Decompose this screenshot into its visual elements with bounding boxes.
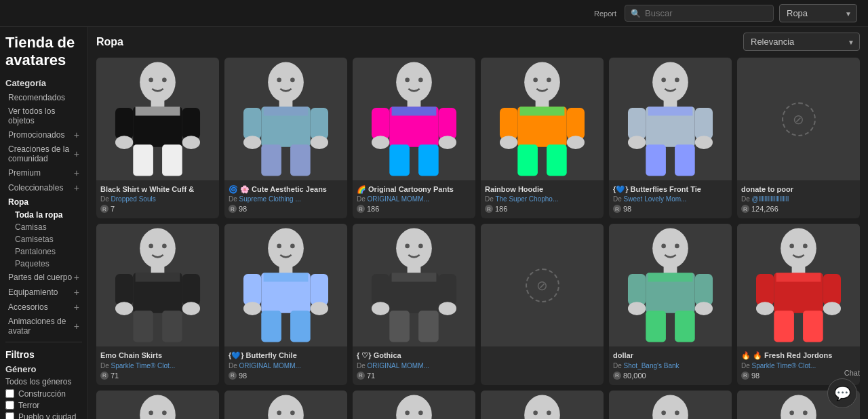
avatar-svg xyxy=(353,58,475,180)
avatar-svg xyxy=(224,391,347,419)
product-image xyxy=(353,391,475,419)
product-creator: De Shot_Bang's Bank xyxy=(613,362,728,370)
sidebar-sub-item-camisetas[interactable]: Camisetas xyxy=(5,233,82,245)
plus-icon-premium: + xyxy=(74,167,79,178)
sidebar-item-coleccionables[interactable]: Coleccionables + xyxy=(5,180,82,195)
svg-point-49 xyxy=(661,78,666,83)
sidebar-item-accesorios[interactable]: Accesorios + xyxy=(5,300,82,315)
svg-point-108 xyxy=(781,228,816,268)
sort-select[interactable]: Relevancia Más recientes Más vendidos Pr… xyxy=(743,33,860,51)
svg-point-86 xyxy=(418,244,423,249)
svg-rect-89 xyxy=(392,273,437,282)
svg-point-33 xyxy=(439,136,456,149)
sidebar-item-promocionados[interactable]: Promocionados + xyxy=(5,127,82,142)
robux-icon: R xyxy=(741,205,749,213)
svg-rect-5 xyxy=(136,106,180,115)
sidebar-sub-item-paquetes[interactable]: Paquetes xyxy=(5,258,82,270)
checkbox-input-pueblo[interactable] xyxy=(5,412,14,419)
sidebar-sub-item-pantalones[interactable]: Pantalones xyxy=(5,245,82,258)
product-card[interactable]: 🌀 🌸 Cute Aesthetic JeansDe Supreme Cloth… xyxy=(224,58,347,218)
product-grid: Black Shirt w White Cuff &De Dropped Sou… xyxy=(96,58,860,419)
product-creator: De Supreme Clothing ... xyxy=(229,195,343,203)
product-name: {💙} Butterfly Chile xyxy=(229,351,343,360)
sidebar-item-creaciones[interactable]: Creaciones de la comunidad + xyxy=(5,142,82,165)
product-image xyxy=(737,224,860,346)
product-card[interactable]: {💙} Butterfly ChileDe ORIGINAL MOMM...R9… xyxy=(224,224,347,384)
product-card[interactable]: 🔥 🔥 Fresh Red JordonsDe Sparkle Time® Cl… xyxy=(737,224,860,384)
svg-rect-30 xyxy=(372,108,389,139)
avatar-svg xyxy=(224,224,347,346)
product-info: {💙} Butterfly ChileDe ORIGINAL MOMM...R9… xyxy=(224,346,347,384)
svg-point-122 xyxy=(162,410,167,415)
svg-point-98 xyxy=(675,244,679,249)
svg-rect-101 xyxy=(648,273,693,282)
sidebar-item-premium[interactable]: Premium + xyxy=(5,165,82,180)
product-card[interactable]: ⊘donate to poorDe @llllllllllllllllllllR… xyxy=(737,58,860,218)
checkbox-input-construccion[interactable] xyxy=(5,389,14,398)
checkbox-pueblo[interactable]: Pueblo y ciudad xyxy=(5,412,82,419)
svg-point-144 xyxy=(396,395,432,419)
product-card[interactable]: 🌈 Original Cartoony PantsDe ORIGINAL MOM… xyxy=(353,58,475,218)
sidebar-item-partes[interactable]: Partes del cuerpo + xyxy=(5,270,82,285)
search-input[interactable] xyxy=(645,8,768,18)
product-price: R186 xyxy=(357,205,471,213)
svg-point-120 xyxy=(140,395,176,419)
product-card[interactable]: ⚡ Electro xyxy=(353,391,475,419)
product-card[interactable]: Emo Chain SkirtsDe Sparkle Time® Clot...… xyxy=(96,224,219,384)
product-image xyxy=(96,391,219,419)
sidebar-sub-item-toda-la-ropa[interactable]: Toda la ropa xyxy=(5,209,82,221)
svg-rect-114 xyxy=(756,274,774,305)
sidebar-item-equipamiento[interactable]: Equipamiento + xyxy=(5,285,82,300)
product-card[interactable]: ⊘ xyxy=(481,224,604,384)
svg-point-74 xyxy=(290,244,295,249)
svg-point-96 xyxy=(652,228,688,268)
product-price: R71 xyxy=(357,372,471,380)
sidebar-item-ver-todos[interactable]: Ver todos los objetos xyxy=(5,104,82,127)
svg-rect-71 xyxy=(162,311,182,342)
category-select[interactable]: Ropa Accesorios Animaciones Paquetes xyxy=(779,4,857,22)
checkbox-construccion[interactable]: Construcción xyxy=(5,389,82,399)
svg-point-145 xyxy=(405,410,410,415)
svg-point-14 xyxy=(290,78,295,83)
product-card[interactable]: dollarDe Shot_Bang's BankR80,000 xyxy=(609,224,732,384)
svg-point-68 xyxy=(115,302,133,315)
product-name: 🌈 Original Cartoony Pants xyxy=(357,184,471,194)
product-card[interactable]: { ♡} GothicaDe ORIGINAL MOMM...R71 xyxy=(353,224,475,384)
checkbox-input-terror[interactable] xyxy=(5,401,14,410)
product-card[interactable]: Michael Jordan xyxy=(224,391,347,419)
svg-point-170 xyxy=(675,410,679,415)
sidebar-item-ropa[interactable]: Ropa xyxy=(5,195,82,209)
svg-rect-106 xyxy=(646,311,666,342)
sidebar-item-recomendados[interactable]: Recomendados xyxy=(5,91,82,104)
plus-icon: + xyxy=(74,129,79,140)
svg-rect-29 xyxy=(392,106,437,115)
product-card[interactable]: Shorts xyxy=(609,391,732,419)
product-card[interactable]: Black Shirt w White Cuff &De Dropped Sou… xyxy=(96,58,219,218)
avatar-svg xyxy=(737,224,860,346)
product-info: 🌀 🌸 Cute Aesthetic JeansDe Supreme Cloth… xyxy=(224,180,347,218)
report-label: Report xyxy=(594,9,616,18)
gender-filter-title: Género xyxy=(5,364,82,374)
robux-icon: R xyxy=(613,205,621,213)
product-card[interactable]: Original xyxy=(96,391,219,419)
svg-rect-65 xyxy=(136,273,180,282)
svg-point-20 xyxy=(243,136,261,149)
svg-rect-94 xyxy=(389,311,410,342)
svg-rect-115 xyxy=(823,274,841,305)
svg-rect-82 xyxy=(261,311,281,342)
chat-button[interactable]: 💬 xyxy=(827,378,857,408)
product-card[interactable]: {💙} Butterflies Front TieDe Sweet Lovely… xyxy=(609,58,732,218)
plus-icon-creaciones: + xyxy=(74,148,79,159)
checkbox-terror[interactable]: Terror xyxy=(5,401,82,410)
svg-point-37 xyxy=(533,78,538,83)
sidebar-sub-item-camisas[interactable]: Camisas xyxy=(5,221,82,233)
product-price: R98 xyxy=(229,205,343,213)
product-card[interactable]: Rainbow HoodieDe The Super Chopho...R186 xyxy=(481,58,604,218)
product-creator: De ORIGINAL MOMM... xyxy=(357,362,471,370)
product-info: donate to poorDe @llllllllllllllllllllR1… xyxy=(737,180,860,218)
svg-point-0 xyxy=(140,62,176,102)
svg-point-182 xyxy=(803,410,808,415)
product-card[interactable]: Black and White xyxy=(481,391,604,419)
svg-point-60 xyxy=(140,228,176,268)
sidebar-item-animaciones[interactable]: Animaciones de avatar + xyxy=(5,315,82,338)
